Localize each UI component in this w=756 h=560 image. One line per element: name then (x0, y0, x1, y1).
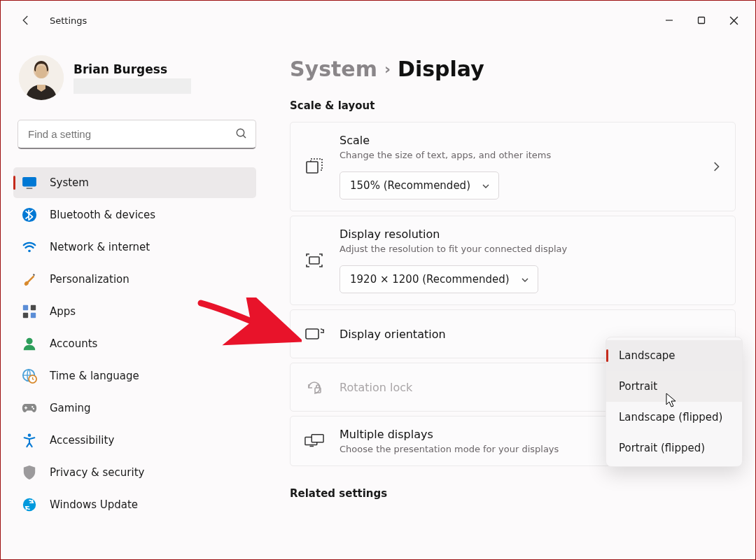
shield-icon (22, 465, 37, 480)
resolution-select-value: 1920 × 1200 (Recommended) (350, 273, 510, 286)
chevron-down-icon (482, 182, 490, 190)
svg-rect-22 (309, 257, 319, 264)
svg-rect-23 (306, 329, 318, 339)
svg-rect-7 (27, 188, 33, 189)
nav-list: System Bluetooth & devices Network & int… (13, 167, 260, 520)
card-subtitle: Adjust the resolution to fit your connec… (340, 244, 721, 254)
section-scale-layout: Scale & layout (290, 99, 736, 112)
system-icon (22, 175, 37, 190)
bluetooth-icon (22, 207, 37, 223)
sidebar-item-label: Gaming (50, 402, 91, 414)
profile-block[interactable]: Brian Burgess (19, 55, 260, 100)
rotation-lock-icon (304, 377, 324, 397)
orientation-option-portrait-flipped[interactable]: Portrait (flipped) (606, 433, 742, 463)
sidebar: Brian Burgess System Bluetooth & devi (1, 40, 270, 559)
sidebar-item-accessibility[interactable]: Accessibility (13, 425, 256, 456)
sidebar-item-label: Privacy & security (50, 466, 144, 479)
svg-rect-21 (307, 162, 318, 173)
back-button[interactable] (19, 13, 33, 27)
close-button[interactable] (718, 6, 750, 34)
sidebar-item-bluetooth[interactable]: Bluetooth & devices (13, 200, 256, 230)
svg-rect-1 (699, 18, 705, 24)
sidebar-item-label: Apps (50, 305, 76, 318)
profile-name: Brian Burgess (74, 62, 191, 76)
breadcrumb: System › Display (290, 57, 736, 81)
svg-rect-5 (22, 177, 36, 187)
multiple-displays-icon (304, 431, 324, 451)
sidebar-item-network[interactable]: Network & internet (13, 232, 256, 262)
breadcrumb-current: Display (398, 57, 484, 81)
sidebar-item-time-language[interactable]: Time & language (13, 360, 256, 391)
sidebar-item-label: Bluetooth & devices (50, 209, 155, 221)
sidebar-item-label: Accessibility (50, 434, 114, 447)
accessibility-icon (22, 433, 37, 448)
chevron-right-icon: › (384, 60, 391, 78)
sidebar-item-system[interactable]: System (13, 167, 256, 198)
svg-rect-12 (23, 313, 28, 318)
svg-rect-10 (23, 305, 28, 310)
cursor-indicator (666, 393, 678, 408)
chevron-down-icon (521, 276, 529, 284)
scale-select-value: 150% (Recommended) (350, 179, 470, 192)
breadcrumb-parent[interactable]: System (290, 57, 377, 81)
svg-point-18 (33, 408, 34, 410)
scale-icon (304, 157, 324, 176)
paintbrush-icon (22, 272, 37, 287)
sidebar-item-privacy[interactable]: Privacy & security (13, 457, 256, 488)
sidebar-item-personalization[interactable]: Personalization (13, 264, 256, 295)
profile-email-redacted (74, 78, 191, 94)
window-controls (653, 6, 750, 34)
search-wrap (18, 120, 256, 149)
sidebar-item-label: System (50, 176, 89, 189)
sidebar-item-label: Windows Update (50, 498, 138, 511)
sidebar-item-label: Personalization (50, 273, 130, 286)
gamepad-icon (22, 400, 37, 416)
svg-point-4 (237, 129, 244, 136)
resolution-select[interactable]: 1920 × 1200 (Recommended) (340, 265, 538, 293)
window-title: Settings (50, 15, 87, 26)
apps-icon (22, 304, 37, 319)
card-title: Display resolution (340, 227, 721, 241)
svg-point-19 (28, 433, 31, 437)
sidebar-item-accounts[interactable]: Accounts (13, 328, 256, 359)
wifi-icon (22, 239, 37, 255)
profile-info: Brian Burgess (74, 62, 191, 94)
orientation-icon (304, 324, 324, 344)
svg-rect-26 (312, 435, 323, 442)
card-title: Scale (340, 134, 721, 147)
sidebar-item-apps[interactable]: Apps (13, 296, 256, 327)
avatar (19, 55, 64, 100)
svg-point-17 (31, 406, 33, 407)
sidebar-item-label: Network & internet (50, 241, 150, 253)
section-related-settings: Related settings (290, 487, 736, 500)
content-area: System › Display Scale & layout Scale Ch… (270, 40, 755, 559)
card-subtitle: Change the size of text, apps, and other… (340, 150, 721, 160)
svg-point-14 (26, 338, 32, 344)
sidebar-item-windows-update[interactable]: Windows Update (13, 489, 256, 520)
maximize-button[interactable] (685, 6, 718, 34)
chevron-right-icon (711, 162, 721, 172)
card-scale[interactable]: Scale Change the size of text, apps, and… (290, 122, 736, 211)
svg-point-9 (28, 250, 31, 253)
title-bar-left: Settings (19, 13, 87, 27)
sidebar-item-label: Time & language (50, 370, 139, 382)
resolution-icon (304, 251, 324, 270)
update-icon (22, 497, 37, 512)
sidebar-item-gaming[interactable]: Gaming (13, 393, 256, 424)
svg-rect-11 (31, 305, 36, 310)
search-input[interactable] (18, 120, 256, 149)
person-icon (22, 336, 37, 351)
scale-select[interactable]: 150% (Recommended) (340, 172, 499, 200)
sidebar-item-label: Accounts (50, 337, 97, 350)
search-icon (235, 127, 248, 140)
title-bar: Settings (1, 1, 755, 40)
globe-clock-icon (22, 368, 37, 384)
card-resolution[interactable]: Display resolution Adjust the resolution… (290, 216, 736, 305)
orientation-option-landscape[interactable]: Landscape (606, 340, 742, 371)
svg-rect-13 (31, 313, 36, 318)
minimize-button[interactable] (653, 6, 685, 34)
